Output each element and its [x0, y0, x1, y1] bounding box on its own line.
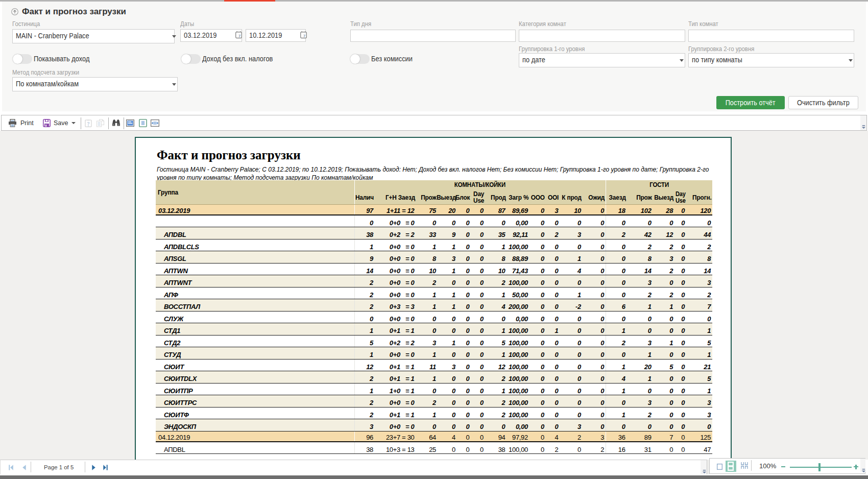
svg-text:?: ? — [87, 121, 90, 126]
svg-text:7: 7 — [238, 34, 240, 38]
svg-text:7: 7 — [303, 34, 305, 38]
